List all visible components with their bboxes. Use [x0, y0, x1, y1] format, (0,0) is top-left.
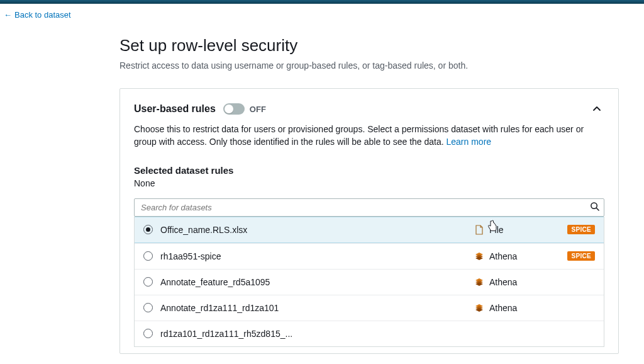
dataset-name: Office_name.RLS.xlsx: [160, 225, 467, 235]
svg-line-1: [596, 208, 599, 210]
dataset-source: Athena: [474, 303, 550, 313]
toggle-state-label: OFF: [250, 105, 266, 114]
radio-button[interactable]: [143, 329, 153, 338]
page-title: Set up row-level security: [119, 36, 619, 55]
dataset-row[interactable]: rh1aa951-spiceAthenaSPICE: [135, 243, 604, 269]
user-rules-desc-text: Choose this to restrict data for users o…: [134, 124, 584, 147]
back-to-dataset-link[interactable]: ← Back to dataset: [0, 4, 77, 25]
user-rules-description: Choose this to restrict data for users o…: [134, 123, 604, 149]
chevron-up-icon: [592, 104, 602, 114]
athena-icon: [474, 277, 484, 287]
dataset-name: rh1aa951-spice: [160, 251, 467, 261]
user-rules-title: User-based rules: [134, 103, 216, 115]
page-content: Set up row-level security Restrict acces…: [0, 36, 644, 364]
user-rules-header: User-based rules OFF: [134, 101, 604, 117]
user-rules-toggle[interactable]: OFF: [223, 103, 266, 115]
radio-button[interactable]: [143, 303, 153, 312]
learn-more-link[interactable]: Learn more: [447, 137, 492, 147]
collapse-button[interactable]: [589, 101, 604, 117]
athena-icon: [474, 303, 484, 313]
dataset-source: [474, 329, 550, 339]
dataset-name: Annotate_rd1za111_rd1za101: [160, 303, 467, 313]
dataset-row[interactable]: Annotate_feature_rd5a1095Athena: [135, 269, 604, 295]
dataset-source: Athena: [474, 277, 550, 287]
toggle-knob: [225, 105, 233, 113]
dataset-row[interactable]: Annotate_rd1za111_rd1za101Athena: [135, 295, 604, 321]
selected-rules-heading: Selected dataset rules: [134, 165, 604, 176]
search-button[interactable]: [587, 199, 602, 215]
search-input[interactable]: [134, 198, 604, 217]
toggle-track[interactable]: [223, 103, 245, 115]
radio-button[interactable]: [143, 251, 153, 261]
athena-icon: [474, 251, 484, 261]
spice-badge: SPICE: [567, 251, 595, 261]
dataset-source: File: [474, 225, 550, 235]
spice-badge: SPICE: [567, 225, 595, 234]
badge-cell: SPICE: [557, 251, 595, 261]
page-subtitle: Restrict access to data using username o…: [119, 60, 619, 71]
back-link-label: Back to dataset: [14, 10, 71, 20]
dataset-list: Office_name.RLS.xlsxFileSPICErh1aa951-sp…: [134, 217, 604, 347]
search-icon: [590, 202, 599, 211]
file-icon: [474, 225, 484, 235]
dataset-source: Athena: [474, 251, 550, 261]
radio-button[interactable]: [143, 277, 153, 287]
dataset-name: Annotate_feature_rd5a1095: [160, 277, 467, 287]
arrow-left-icon: ←: [4, 10, 12, 20]
user-based-rules-card: User-based rules OFF Choose this to rest…: [119, 88, 619, 354]
badge-cell: SPICE: [557, 225, 595, 234]
selected-rules-value: None: [134, 178, 604, 188]
dataset-row[interactable]: rd1za101_rd1za111_rh5zd815_...: [135, 321, 604, 346]
radio-button[interactable]: [143, 225, 153, 234]
dataset-row[interactable]: Office_name.RLS.xlsxFileSPICE: [135, 217, 604, 243]
window-titlebar: [0, 0, 644, 4]
dataset-search-wrap: [134, 198, 604, 217]
dataset-name: rd1za101_rd1za111_rh5zd815_...: [160, 329, 467, 339]
